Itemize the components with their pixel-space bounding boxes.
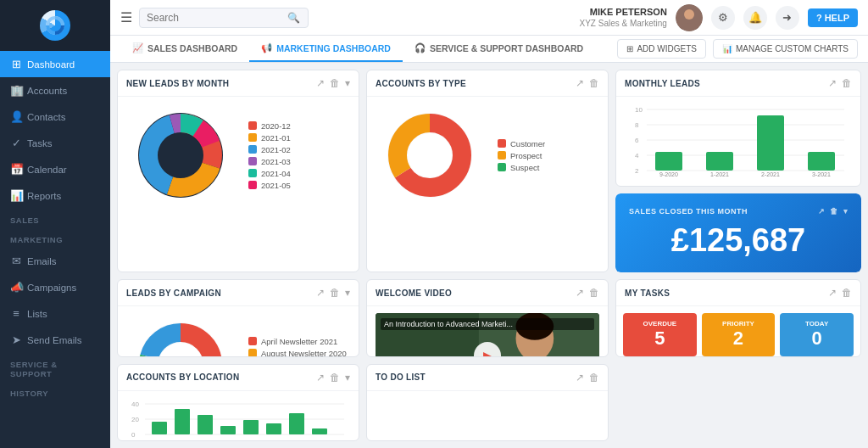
today-value: 0: [812, 328, 822, 350]
dropdown-icon[interactable]: ▾: [345, 372, 350, 384]
legend-label: Prospect: [510, 151, 542, 160]
my-tasks-card: MY TASKS ↗ 🗑 OVERDUE 5 PRIORITY 2 TODAY …: [615, 279, 861, 357]
expand-icon[interactable]: ↗: [828, 287, 837, 299]
legend-item: August Newsletter 2020: [248, 349, 347, 357]
main-content: ☰ 🔍 MIKE PETERSON XYZ Sales & Marketing …: [110, 0, 868, 448]
legend-dot: [248, 121, 257, 130]
priority-task-cell: PRIORITY 2: [702, 313, 776, 356]
campaigns-icon: 📣: [10, 281, 22, 294]
my-tasks-title: MY TASKS: [625, 288, 828, 298]
new-leads-legend: 2020-12 2021-01 2021-02 2021-03: [248, 121, 291, 190]
tabs-actions: ⊞ ADD WIDGETS 📊 MANAGE CUSTOM CHARTS: [617, 39, 858, 59]
svg-text:3-2021: 3-2021: [812, 171, 831, 177]
expand-icon[interactable]: ↗: [576, 77, 584, 89]
svg-rect-61: [312, 428, 327, 434]
sidebar-item-calendar[interactable]: 📅 Calendar: [0, 156, 110, 182]
video-thumbnail[interactable]: An Introduction to Advanced Marketi...: [376, 313, 599, 357]
svg-rect-56: [198, 415, 213, 434]
topbar-right: MIKE PETERSON XYZ Sales & Marketing ⚙ 🔔 …: [580, 4, 859, 31]
legend-item: 2021-02: [248, 145, 291, 154]
share-button[interactable]: ➜: [776, 6, 799, 30]
sidebar-item-send-emails[interactable]: ➤ Send Emails: [0, 327, 110, 353]
svg-point-2: [684, 9, 694, 20]
tab-marketing-dashboard[interactable]: 📢 MARKETING DASHBOARD: [249, 36, 403, 62]
sidebar-item-label: Calendar: [27, 165, 67, 175]
accounts-icon: 🏢: [10, 84, 22, 97]
lists-icon: ≡: [10, 307, 22, 320]
welcome-video-card: WELCOME VIDEO ↗ 🗑 An Introduction to Adv…: [366, 279, 609, 357]
sales-closed-title-text: SALES CLOSED THIS MONTH: [629, 207, 748, 216]
accounts-type-body: Customer Prospect Suspect: [367, 97, 608, 214]
todo-body: [367, 391, 608, 434]
sidebar-item-campaigns[interactable]: 📣 Campaigns: [0, 274, 110, 300]
legend-item: April Newsletter 2021: [248, 337, 347, 346]
expand-icon[interactable]: ↗: [316, 372, 325, 384]
settings-button[interactable]: ⚙: [711, 6, 735, 30]
tab-sales-dashboard[interactable]: 📈 SALES DASHBOARD: [120, 36, 249, 62]
delete-icon[interactable]: 🗑: [842, 77, 852, 89]
delete-icon[interactable]: 🗑: [330, 287, 340, 299]
sidebar-item-accounts[interactable]: 🏢 Accounts: [0, 77, 110, 104]
accounts-type-card: ACCOUNTS BY TYPE ↗ 🗑: [366, 70, 609, 272]
expand-icon[interactable]: ↗: [316, 287, 325, 299]
sidebar-logo: [0, 0, 110, 51]
sidebar-item-tasks[interactable]: ✓ Tasks: [0, 130, 110, 156]
leads-campaign-header: LEADS BY CAMPAIGN ↗ 🗑 ▾: [118, 280, 359, 306]
notifications-button[interactable]: 🔔: [743, 6, 767, 30]
legend-label: 2021-01: [261, 133, 291, 143]
dropdown-icon[interactable]: ▾: [345, 287, 350, 299]
hamburger-icon[interactable]: ☰: [120, 9, 132, 25]
sidebar-item-label: Tasks: [27, 138, 52, 148]
manage-charts-button[interactable]: 📊 MANAGE CUSTOM CHARTS: [713, 39, 858, 59]
leads-campaign-body: April Newsletter 2021 August Newsletter …: [118, 306, 359, 357]
expand-icon[interactable]: ↗: [576, 287, 584, 299]
svg-rect-54: [152, 422, 167, 434]
legend-item: 2021-04: [248, 169, 291, 178]
accounts-location-body: 40 20 0: [118, 391, 359, 442]
sidebar-item-lists[interactable]: ≡ Lists: [0, 300, 110, 327]
add-widgets-button[interactable]: ⊞ ADD WIDGETS: [617, 39, 706, 59]
monthly-leads-card: MONTHLY LEADS ↗ 🗑 10 8 6 4 2: [615, 70, 861, 187]
topbar: ☰ 🔍 MIKE PETERSON XYZ Sales & Marketing …: [110, 0, 868, 36]
dropdown-icon[interactable]: ▾: [345, 77, 350, 89]
sidebar-item-label: Send Emails: [27, 335, 82, 345]
tab-service-dashboard[interactable]: 🎧 SERVICE & SUPPORT DASHBOARD: [403, 36, 595, 62]
expand-icon[interactable]: ↗: [576, 372, 584, 384]
delete-icon[interactable]: 🗑: [842, 287, 852, 299]
delete-icon[interactable]: 🗑: [589, 372, 599, 384]
svg-rect-30: [757, 115, 784, 171]
expand-icon[interactable]: ↗: [818, 207, 826, 216]
my-tasks-actions: ↗ 🗑: [828, 287, 852, 299]
new-leads-title: NEW LEADS BY MONTH: [126, 79, 316, 88]
delete-icon[interactable]: 🗑: [830, 207, 838, 216]
accounts-location-svg: 40 20 0: [126, 396, 350, 442]
svg-text:9-2020: 9-2020: [659, 171, 678, 177]
svg-rect-59: [266, 423, 281, 434]
overdue-task-cell: OVERDUE 5: [623, 313, 697, 356]
service-section-label: SERVICE & SUPPORT: [0, 353, 110, 382]
accounts-type-legend: Customer Prospect Suspect: [498, 139, 545, 172]
sidebar-item-contacts[interactable]: 👤 Contacts: [0, 104, 110, 130]
sidebar-item-dashboard[interactable]: ⊞ Dashboard: [0, 51, 110, 77]
sidebar-item-reports[interactable]: 📊 Reports: [0, 182, 110, 209]
sidebar-item-emails[interactable]: ✉ Emails: [0, 248, 110, 274]
delete-icon[interactable]: 🗑: [589, 77, 599, 89]
accounts-type-title: ACCOUNTS BY TYPE: [376, 79, 576, 88]
delete-icon[interactable]: 🗑: [589, 287, 599, 299]
help-button[interactable]: ? HELP: [808, 8, 858, 27]
delete-icon[interactable]: 🗑: [330, 77, 340, 89]
svg-text:20: 20: [131, 416, 139, 423]
avatar[interactable]: [676, 4, 703, 31]
welcome-video-title: WELCOME VIDEO: [376, 288, 576, 298]
delete-icon[interactable]: 🗑: [330, 372, 340, 384]
legend-dot: [248, 157, 257, 165]
svg-point-15: [408, 133, 452, 177]
legend-label: August Newsletter 2020: [261, 349, 347, 357]
user-company: XYZ Sales & Marketing: [580, 18, 667, 29]
svg-text:6: 6: [635, 137, 639, 144]
expand-icon[interactable]: ↗: [828, 77, 837, 89]
search-input[interactable]: [147, 12, 282, 24]
dropdown-icon[interactable]: ▾: [843, 207, 849, 216]
expand-icon[interactable]: ↗: [316, 77, 325, 89]
todo-card: TO DO LIST ↗ 🗑: [366, 364, 609, 442]
